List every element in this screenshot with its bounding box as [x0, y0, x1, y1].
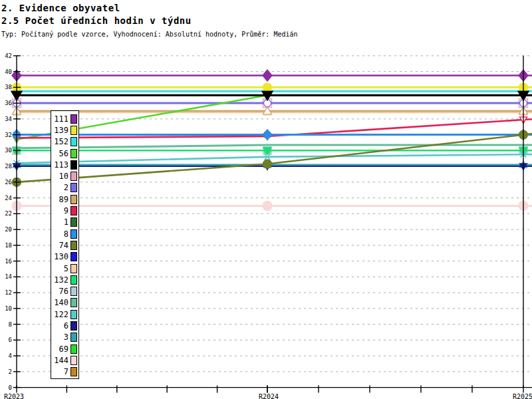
legend-color-swatch: [70, 195, 77, 204]
legend-color-swatch: [70, 114, 77, 124]
legend-entry: 7: [51, 366, 78, 378]
series-group: [11, 70, 532, 210]
legend-entry-label: 3: [64, 333, 68, 341]
legend-entry-label: 122: [54, 311, 68, 319]
svg-text:2: 2: [9, 368, 12, 375]
svg-text:6: 6: [9, 336, 12, 343]
legend-entry: 122: [51, 309, 78, 320]
legend-entry: 144: [51, 354, 78, 366]
legend-entry: 152: [51, 136, 78, 148]
series-74: [13, 130, 532, 186]
legend-entry-label: 10: [59, 172, 68, 180]
legend-entry-label: 5: [64, 265, 68, 273]
legend-entry-label: 111: [54, 115, 68, 123]
legend-entry: 10: [51, 170, 78, 182]
legend-entry-label: 7: [64, 368, 68, 376]
series-8: [13, 130, 532, 140]
chart-page: 2. Evidence obyvatel 2.5 Počet úředních …: [0, 0, 532, 399]
legend-entry: 5: [51, 263, 78, 274]
legend-color-swatch: [70, 344, 77, 354]
legend-entry-label: 56: [59, 150, 68, 158]
legend-color-swatch: [70, 356, 77, 365]
legend-entry-label: 69: [59, 345, 68, 353]
legend-entry-label: 139: [54, 126, 68, 134]
legend-color-swatch: [70, 229, 77, 239]
legend-entry: 139: [51, 124, 78, 136]
legend-entry-label: 1: [64, 218, 68, 226]
legend-entry: 74: [51, 239, 78, 251]
legend-entry: 56: [51, 148, 78, 159]
series-144: [12, 201, 532, 210]
legend-color-swatch: [70, 321, 77, 331]
legend-entry: 140: [51, 297, 78, 309]
series-132: [13, 148, 532, 154]
svg-text:22: 22: [5, 210, 12, 217]
legend-entry-label: 89: [59, 196, 68, 203]
series-2: [13, 100, 532, 107]
legend-entry: 9: [51, 205, 78, 216]
svg-text:40: 40: [5, 68, 12, 75]
svg-text:0: 0: [9, 384, 12, 391]
legend-color-swatch: [70, 183, 77, 192]
legend-entry-label: 9: [64, 207, 68, 215]
legend-color-swatch: [70, 160, 77, 170]
svg-text:R2025: R2025: [513, 393, 532, 399]
legend-entry: 3: [51, 332, 78, 343]
svg-text:20: 20: [5, 226, 12, 233]
legend-color-swatch: [70, 298, 77, 307]
legend-color-swatch: [70, 287, 77, 296]
svg-text:R2023: R2023: [4, 393, 24, 399]
legend-entry: 89: [51, 194, 78, 205]
legend-entry-label: 113: [54, 161, 68, 169]
svg-text:12: 12: [5, 289, 12, 296]
series-140: [17, 145, 532, 148]
legend-color-swatch: [70, 241, 77, 250]
legend-entry-label: 132: [54, 276, 68, 284]
legend-entry: 132: [51, 274, 78, 285]
svg-text:38: 38: [5, 84, 12, 90]
legend-entry: 111: [51, 113, 78, 124]
legend-entry: 69: [51, 343, 78, 354]
svg-text:16: 16: [5, 258, 12, 265]
legend-color-swatch: [70, 367, 77, 376]
legend-color-swatch: [70, 264, 77, 273]
legend-color-swatch: [70, 310, 77, 319]
svg-text:24: 24: [5, 195, 12, 201]
svg-text:R2024: R2024: [259, 393, 279, 399]
legend-entry-label: 6: [64, 322, 68, 330]
legend-entry: 130: [51, 251, 78, 263]
svg-text:42: 42: [5, 53, 12, 59]
svg-text:14: 14: [5, 273, 12, 280]
legend-entry-label: 144: [54, 356, 68, 364]
legend-entry: 76: [51, 285, 78, 297]
series-9: [13, 117, 532, 142]
svg-text:34: 34: [5, 116, 12, 122]
chart-legend: 1111391525611310289918741305132761401226…: [51, 110, 79, 379]
line-chart-canvas: 024681012141618202224262830323436384042R…: [0, 0, 532, 399]
legend-color-swatch: [70, 252, 77, 261]
svg-text:18: 18: [5, 242, 12, 249]
legend-entry-label: 140: [54, 299, 68, 307]
legend-color-swatch: [70, 172, 77, 181]
legend-entry: 113: [51, 159, 78, 170]
legend-color-swatch: [70, 275, 77, 285]
svg-text:30: 30: [5, 147, 12, 154]
legend-entry: 2: [51, 182, 78, 194]
legend-entry-label: 2: [64, 184, 68, 192]
svg-text:28: 28: [5, 163, 12, 170]
axes: [13, 56, 532, 388]
legend-color-swatch: [70, 217, 77, 227]
legend-entry: 8: [51, 228, 78, 239]
legend-entry-label: 130: [54, 253, 68, 261]
legend-entry: 1: [51, 217, 78, 228]
svg-text:4: 4: [9, 352, 12, 359]
svg-text:8: 8: [9, 321, 12, 328]
svg-text:10: 10: [5, 305, 12, 312]
svg-text:32: 32: [5, 132, 12, 138]
legend-color-swatch: [70, 332, 77, 342]
legend-entry-label: 74: [59, 241, 68, 249]
legend-entry-label: 152: [54, 138, 68, 146]
legend-entry-label: 76: [59, 287, 68, 295]
legend-color-swatch: [70, 126, 77, 135]
svg-text:36: 36: [5, 100, 12, 106]
